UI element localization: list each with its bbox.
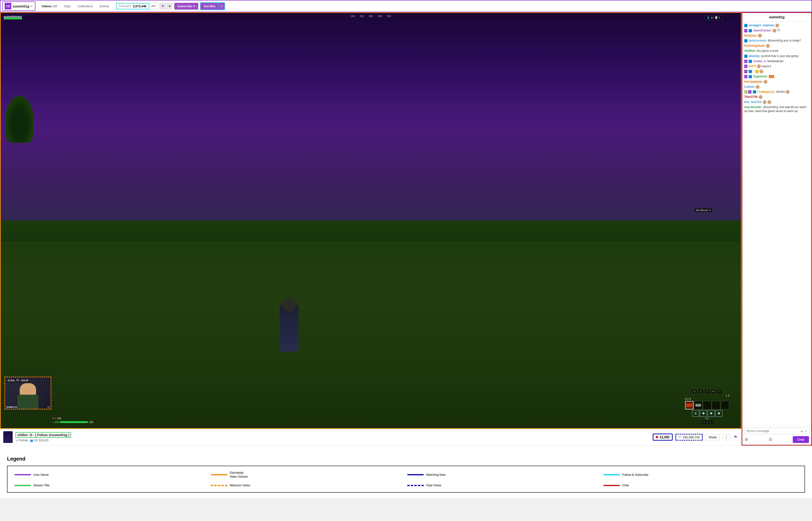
msg-text-9: heard it xyxy=(762,65,771,68)
legend-label-watching: Watching Now xyxy=(426,473,446,477)
follow-button[interactable]: ♥ xyxy=(159,3,166,9)
health-bars: ♥ 0 100 + 100 100 xyxy=(52,417,93,424)
followers-section: Followers 2,573,446 xyxy=(116,3,149,9)
chat-message-11: 1G 🔵 Xygeneral: GG xyxy=(744,74,809,78)
key-c: C xyxy=(698,389,704,394)
legend-line-total-views xyxy=(407,485,424,486)
chat-message-12: teacupppppp: xyxy=(744,80,809,84)
follow-dropdown[interactable]: ▾ xyxy=(167,3,172,9)
chat-list-button[interactable]: ☰ xyxy=(769,437,772,442)
nav-tab-collections[interactable]: Collections xyxy=(74,3,96,9)
video-section: summitoneg 240 255 285 300 330 👤 xyxy=(0,12,742,446)
chat-message-10: 1G 🔵 : xyxy=(744,69,809,73)
username-15[interactable]: Titan3736: xyxy=(744,95,758,98)
check-badge-14: ✅ xyxy=(744,90,747,93)
badge-sub-11: 🔵 xyxy=(749,75,752,78)
legend-item-chat: Chat xyxy=(603,483,797,488)
chat-section: summit1g 🔵 zerojigen_neptune: 1G 🔵 JawnC… xyxy=(742,12,812,446)
msg-text-7: summit how is your day going xyxy=(761,54,798,58)
webcam-body xyxy=(17,395,39,409)
legend-line-watching xyxy=(407,474,424,475)
username-1[interactable]: zerojigen_neptune: xyxy=(749,24,774,27)
channel-logo: 1G xyxy=(5,3,11,9)
username-12[interactable]: teacupppppp: xyxy=(744,80,763,83)
logo-area[interactable]: 1G summit1g ✓ xyxy=(2,1,36,11)
chat-settings-button[interactable]: ⚙ xyxy=(745,437,748,442)
username-13[interactable]: Luenas: xyxy=(744,85,755,88)
emote-10b xyxy=(760,70,763,73)
chat-message-9: 1G D3FT: heard it xyxy=(744,65,809,68)
webcam-label: SUMMIT1G xyxy=(6,406,17,408)
game-tag[interactable]: ⚔ Fortnite xyxy=(16,439,28,442)
chat-header: summit1g xyxy=(742,13,811,22)
msg-text-4: @summit1g any cs today? xyxy=(768,39,801,42)
emote-16b xyxy=(767,100,771,104)
emote-13 xyxy=(756,85,760,89)
legend-item-stream-title: Stream Title xyxy=(15,483,209,488)
bits-dropdown[interactable]: ▾ xyxy=(219,2,225,10)
inv-slot-4 xyxy=(712,401,720,409)
nav-tab-events[interactable]: Events xyxy=(97,3,112,9)
chat-emote-icon[interactable]: ☺ xyxy=(804,429,807,433)
username-4[interactable]: zuccccccccc: xyxy=(749,39,767,42)
chat-send-button[interactable]: Chat xyxy=(793,436,809,443)
username-9[interactable]: D3FT: xyxy=(749,65,756,68)
key-t: T xyxy=(717,389,723,394)
nav-tabs: Videos 338 Clips Collections Events xyxy=(38,3,112,9)
chat-message-5: Gromongulus4: xyxy=(744,44,809,48)
flag-button[interactable]: ⚑ xyxy=(733,434,738,440)
chat-message-7: 🔵 absenty: summit how is your day going xyxy=(744,54,809,58)
emote-14 xyxy=(786,90,789,94)
game-icon: ⚔ xyxy=(16,439,18,442)
username-2[interactable]: JawnCracker: xyxy=(753,29,772,32)
username-5[interactable]: Gromongulus4: xyxy=(744,44,765,47)
get-bits-button[interactable]: Get Bits xyxy=(200,2,219,10)
emote-12 xyxy=(764,80,767,84)
main-content: summitoneg 240 255 285 300 330 👤 xyxy=(0,12,812,446)
emote-15 xyxy=(759,95,763,99)
subscribe-button[interactable]: Subscribe ▾ xyxy=(174,3,198,9)
build-metal: 💎 xyxy=(708,410,714,417)
chat-message-14: ✅ 1G 🔵 FroMageLUL: WHOA xyxy=(744,90,809,94)
nav-tab-videos[interactable]: Videos 338 xyxy=(38,3,60,9)
followers-count: 2,573,446 xyxy=(133,4,147,8)
username-16[interactable]: fear_less712: xyxy=(744,100,762,104)
scene-trees xyxy=(5,96,34,143)
legend-label-stream-title: Stream Title xyxy=(33,483,49,488)
username-14[interactable]: FroMageLUL: xyxy=(757,90,775,93)
emote-1 xyxy=(775,24,779,27)
not-bound-label: Not Bound ✛ xyxy=(694,208,713,212)
chat-input-icons: ▲ ☺ xyxy=(800,429,807,433)
subscribe-button-group: Subscribe ▾ xyxy=(174,3,198,9)
inv-slot-1 xyxy=(685,401,693,409)
squad-icon: 👥 xyxy=(30,439,33,442)
username-3[interactable]: NickOstx: xyxy=(744,34,757,37)
legend-label-follow: Follow & Subscribe xyxy=(622,473,648,477)
username-7[interactable]: absenty: xyxy=(749,54,760,58)
chat-message-6: OGMink: this game is kuwl xyxy=(744,49,809,53)
legend-label-username: User Name xyxy=(33,473,49,477)
nav-tab-clips[interactable]: Clips xyxy=(61,3,74,9)
legend-line-stream-title xyxy=(15,485,31,486)
video-player[interactable]: summitoneg 240 255 285 300 330 👤 xyxy=(0,12,742,429)
stream-info-bar: chillin! :D - [ Follow @summit1g ] ⚔ For… xyxy=(0,429,742,446)
build-trap: 💎 xyxy=(715,410,722,417)
msg-text-14: WHOA xyxy=(776,90,785,93)
stream-more-button[interactable]: ⋮ xyxy=(723,434,730,440)
followers-label: Followers xyxy=(119,4,131,8)
more-options-button[interactable]: ••• xyxy=(149,3,157,9)
username-10[interactable]: : xyxy=(753,70,754,73)
share-button[interactable]: Share xyxy=(705,434,720,440)
chat-message-input[interactable] xyxy=(746,429,799,433)
key-1: 1 xyxy=(708,420,713,425)
username-8[interactable]: crookz_o: xyxy=(753,60,767,63)
squad-tag[interactable]: 👥 1G SQUAD xyxy=(30,439,48,442)
key-x: X xyxy=(701,420,707,425)
stream-title-area: chillin! :D - [ Follow @summit1g ] ⚔ For… xyxy=(16,432,650,442)
username-6[interactable]: OGMink: xyxy=(744,49,756,52)
verified-icon: ✓ xyxy=(30,4,33,8)
legend-label-chat: Chat xyxy=(622,483,628,488)
username-11[interactable]: Xygeneral: xyxy=(753,75,768,78)
username-17[interactable]: macr0smatic: xyxy=(744,106,762,109)
badge-sub-10: 🔵 xyxy=(749,70,752,73)
